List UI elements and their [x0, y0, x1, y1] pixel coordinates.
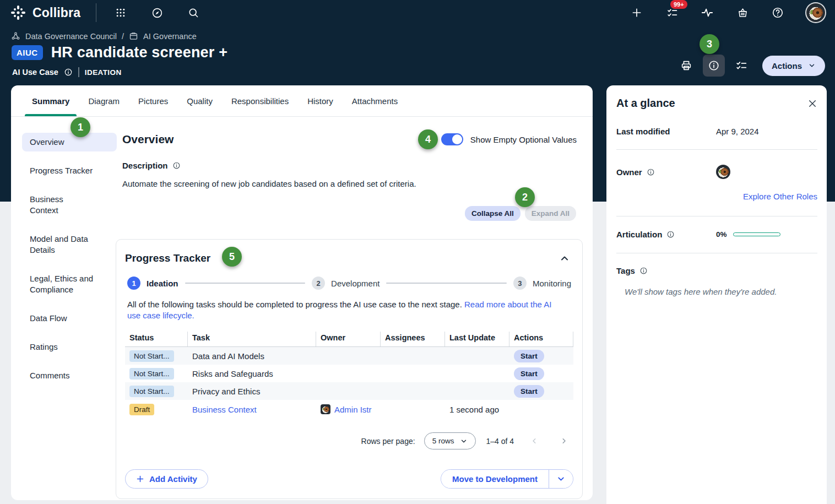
activity-icon[interactable]	[701, 6, 714, 19]
help-icon[interactable]	[771, 6, 784, 19]
progress-tracker-title: Progress Tracker	[125, 252, 210, 264]
at-a-glance-panel: At a glance Last modified Apr 9, 2024 Ow…	[606, 85, 827, 504]
move-to-development-button[interactable]: Move to Development	[441, 470, 549, 488]
col-status[interactable]: Status	[125, 332, 188, 346]
checklist-icon[interactable]	[730, 55, 752, 77]
articulation-label: Articulation	[616, 230, 662, 239]
explore-other-roles-link[interactable]: Explore Other Roles	[743, 192, 817, 201]
annotation-badge-4: 4	[418, 129, 438, 149]
asset-subheader: AI Use Case IDEATION	[12, 67, 122, 77]
task-table: Status Task Owner Assignees Last Update …	[125, 332, 573, 419]
sidebar-item-overview[interactable]: Overview	[22, 133, 117, 151]
col-owner[interactable]: Owner	[316, 332, 381, 346]
sidebar-item-progress-tracker[interactable]: Progress Tracker	[22, 161, 117, 180]
tab-summary[interactable]: Summary	[32, 85, 69, 116]
asset-actions-toolbar: Actions	[675, 55, 825, 77]
sidebar-item-model-and-data-details[interactable]: Model and Data Details	[22, 230, 117, 259]
breadcrumb-community[interactable]: Data Governance Council	[25, 32, 117, 41]
sidebar-item-ratings[interactable]: Ratings	[22, 338, 117, 356]
sidebar-item-legal-ethics-compliance[interactable]: Legal, Ethics and Compliance	[22, 269, 117, 299]
asset-title[interactable]: HR candidate screener +	[51, 44, 228, 61]
tab-diagram[interactable]: Diagram	[88, 85, 120, 116]
breadcrumb-domain[interactable]: AI Governance	[143, 32, 197, 41]
rows-per-page-label: Rows per page:	[361, 437, 415, 446]
apps-grid-icon[interactable]	[114, 6, 127, 19]
add-activity-button[interactable]: Add Activity	[125, 469, 208, 489]
collibra-logo[interactable]: Collibra	[10, 4, 80, 21]
rows-per-page-select[interactable]: 5 rows	[424, 432, 476, 449]
annotation-badge-2: 2	[515, 187, 535, 207]
step-label: Ideation	[147, 279, 178, 288]
top-bar: Collibra 99+	[0, 0, 835, 25]
lifecycle-stepper: 1 Ideation 2 Development 3 Monitoring	[116, 277, 582, 290]
start-button[interactable]: Start	[514, 385, 544, 398]
tab-attachments[interactable]: Attachments	[352, 85, 398, 116]
description-label: Description	[122, 161, 168, 170]
step-connector	[386, 283, 507, 284]
info-icon[interactable]	[666, 230, 675, 239]
topbar-divider	[96, 3, 96, 22]
articulation-label-row: Articulation	[616, 230, 716, 239]
tab-bar: Summary Diagram Pictures Quality Respons…	[11, 85, 593, 117]
print-icon[interactable]	[675, 55, 697, 77]
chevron-left-icon[interactable]	[528, 437, 541, 445]
step-development: 2 Development	[312, 277, 379, 290]
chevron-down-icon	[460, 437, 468, 445]
owner-link[interactable]: Admin Istr	[334, 405, 372, 414]
search-icon[interactable]	[187, 6, 200, 19]
tasks-icon[interactable]: 99+	[665, 6, 679, 19]
owner-avatar	[321, 404, 330, 414]
chevron-down-icon[interactable]	[549, 470, 573, 488]
compass-icon[interactable]	[150, 6, 164, 19]
sidebar-item-comments[interactable]: Comments	[22, 366, 117, 385]
show-empty-toggle[interactable]	[441, 133, 463, 145]
articulation-progress-bar	[733, 232, 780, 236]
tags-empty-message: We'll show tags here when they're added.	[616, 287, 817, 296]
chevron-right-icon[interactable]	[557, 437, 570, 445]
summary-content: Overview Show Empty Optional Values Desc…	[122, 133, 584, 221]
tab-history[interactable]: History	[307, 85, 333, 116]
info-icon[interactable]	[64, 68, 73, 77]
tags-label: Tags	[616, 266, 635, 275]
community-icon	[11, 31, 20, 41]
collapse-all-button[interactable]: Collapse All	[465, 206, 520, 221]
actions-button[interactable]: Actions	[762, 56, 825, 76]
tab-pictures[interactable]: Pictures	[138, 85, 168, 116]
col-assignees[interactable]: Assignees	[381, 332, 445, 346]
start-button[interactable]: Start	[514, 367, 544, 380]
info-icon[interactable]	[639, 267, 648, 275]
basket-icon[interactable]	[736, 6, 749, 19]
sidebar-item-data-flow[interactable]: Data Flow	[22, 309, 117, 328]
col-actions[interactable]: Actions	[509, 332, 573, 346]
step-monitoring: 3 Monitoring	[513, 277, 571, 290]
status-badge: Draft	[129, 404, 154, 415]
tab-quality[interactable]: Quality	[187, 85, 213, 116]
move-to-development-split-button: Move to Development	[441, 469, 573, 489]
table-row: Not Start... Privacy and Ethics Start	[125, 382, 573, 400]
divider	[616, 253, 817, 253]
close-icon[interactable]	[807, 99, 817, 109]
info-icon[interactable]	[647, 168, 655, 176]
col-task[interactable]: Task	[188, 332, 316, 346]
step-label: Monitoring	[533, 279, 571, 288]
create-plus-icon[interactable]	[630, 6, 643, 19]
user-avatar[interactable]	[806, 3, 825, 22]
divider	[616, 216, 817, 216]
show-empty-toggle-group: Show Empty Optional Values	[441, 133, 577, 145]
sidebar-item-business-context[interactable]: Business Context	[22, 190, 117, 220]
tab-responsibilities[interactable]: Responsibilities	[231, 85, 289, 116]
col-last-update[interactable]: Last Update	[445, 332, 509, 346]
task-link[interactable]: Business Context	[192, 405, 257, 414]
status-badge: Not Start...	[129, 350, 174, 362]
table-row: Draft Business Context Admin Istr 1 seco…	[125, 400, 573, 419]
info-panel-icon[interactable]	[703, 55, 725, 77]
chevron-up-icon[interactable]	[559, 253, 570, 264]
info-icon[interactable]	[172, 161, 181, 170]
expand-all-button[interactable]: Expand All	[525, 206, 576, 221]
start-button[interactable]: Start	[514, 350, 544, 362]
step-connector	[185, 283, 306, 284]
status-badge: Not Start...	[129, 368, 174, 380]
brand-wordmark: Collibra	[32, 6, 80, 20]
owner-avatar[interactable]	[716, 165, 730, 179]
breadcrumb: Data Governance Council / AI Governance	[11, 31, 197, 41]
